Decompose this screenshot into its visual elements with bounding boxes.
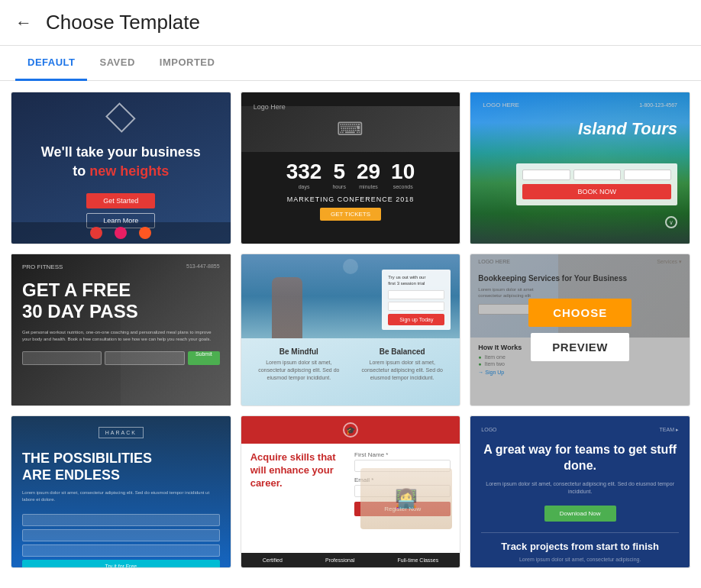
tabs-bar: DEFAULT SAVED IMPORTED <box>0 46 701 81</box>
template-card-1[interactable]: We'll take your businessto new heights G… <box>11 92 231 244</box>
card-3-title: Island Tours <box>483 119 677 139</box>
card-8-choose-btn[interactable]: CHOOSE <box>299 460 402 489</box>
template-card-2[interactable]: Logo Here ⌨ 332 days 5 hours 29 minutes <box>241 92 461 244</box>
card-4-email <box>105 351 184 365</box>
template-grid: We'll take your businessto new heights G… <box>0 81 701 579</box>
card-2-preview-btn[interactable]: PREVIEW <box>302 171 400 199</box>
card-7-preview-btn[interactable]: PREVIEW <box>72 495 170 523</box>
card-1-choose-btn[interactable]: CHOOSE <box>69 137 173 165</box>
template-card-5[interactable]: Try us out with ourfirst 3 session trial… <box>241 254 461 406</box>
card-6-overlay: CHOOSE PREVIEW <box>470 254 690 405</box>
card-7-choose-btn[interactable]: CHOOSE <box>69 460 173 489</box>
card-3-phone: 1-800-123-4567 <box>639 102 677 108</box>
card-3-preview-btn[interactable]: PREVIEW <box>531 171 629 199</box>
template-card-8[interactable]: 🎓 Acquire skills that will enhance your … <box>241 415 461 568</box>
back-button[interactable]: ← <box>15 13 32 33</box>
card-5-preview-btn[interactable]: PREVIEW <box>302 333 400 361</box>
template-card-6[interactable]: LOGO HERE Services ▾ Bookkeeping Service… <box>470 254 690 406</box>
card-8-preview-btn[interactable]: PREVIEW <box>302 495 400 523</box>
card-9-preview-btn[interactable]: PREVIEW <box>531 495 629 523</box>
template-card-9[interactable]: LOGO TEAM ▸ A great way for teams to get… <box>470 415 690 568</box>
card-4-headline: GET A FREE30 DAY PASS <box>22 279 220 321</box>
card-4-subtext: Get personal workout nutrition, one-on-o… <box>22 329 220 342</box>
tab-saved[interactable]: SAVED <box>87 46 147 81</box>
card-4-brand: PRO FITNESS <box>22 263 63 270</box>
template-card-7[interactable]: HARACK THE POSSIBILITIESARE ENDLESS Lore… <box>11 415 231 568</box>
template-card-4[interactable]: PRO FITNESS 513-447-8855 GET A FREE30 DA… <box>11 254 231 406</box>
card-4-submit: Submit <box>188 351 220 365</box>
page-title: Choose Template <box>46 11 200 34</box>
card-5-choose-btn[interactable]: CHOOSE <box>299 299 402 327</box>
card-4-firstname <box>22 351 102 365</box>
card-4-form: Submit <box>22 351 220 365</box>
tab-default[interactable]: DEFAULT <box>15 46 87 81</box>
card-1-preview-btn[interactable]: PREVIEW <box>72 171 170 199</box>
card-2-choose-btn[interactable]: CHOOSE <box>299 137 402 165</box>
card-9-choose-btn[interactable]: CHOOSE <box>528 460 632 489</box>
card-6-preview-btn[interactable]: PREVIEW <box>531 333 629 361</box>
template-card-3[interactable]: LOGO HERE 1-800-123-4567 Island Tours BO… <box>470 92 690 244</box>
tab-imported[interactable]: IMPORTED <box>147 46 228 81</box>
card-3-header: LOGO HERE 1-800-123-4567 <box>483 102 677 108</box>
header: ← Choose Template <box>0 0 701 46</box>
card-4-phone: 513-447-8855 <box>186 263 220 270</box>
card-4-topbar: PRO FITNESS 513-447-8855 <box>22 263 220 270</box>
card-3-logo: LOGO HERE <box>483 102 519 108</box>
card-6-choose-btn[interactable]: CHOOSE <box>528 299 632 327</box>
